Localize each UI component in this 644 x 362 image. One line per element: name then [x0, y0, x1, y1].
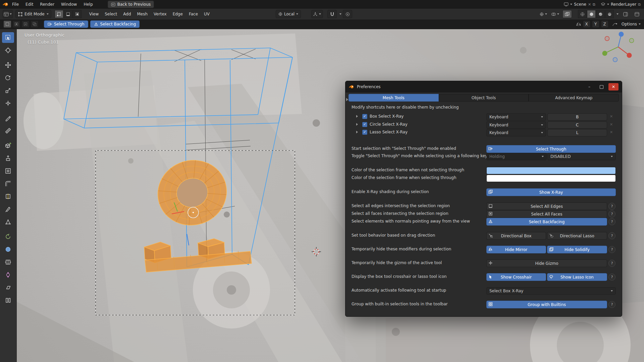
- hide-solidify-toggle[interactable]: Hide Solidify: [547, 246, 607, 253]
- pivot-point-dropdown[interactable]: [311, 10, 323, 18]
- lasso-key-button[interactable]: L: [547, 129, 607, 136]
- expand-icon[interactable]: [356, 115, 358, 118]
- preferences-titlebar[interactable]: Preferences – ✕: [345, 81, 622, 93]
- layer-new-icon[interactable]: ⧉: [638, 2, 641, 7]
- menu-uv[interactable]: UV: [201, 9, 213, 19]
- select-backfacing-pref-toggle[interactable]: Select Backfacing: [486, 218, 607, 226]
- help-icon[interactable]: ?: [608, 246, 615, 253]
- tab-advanced-keymap[interactable]: Advanced Keymap: [529, 94, 619, 102]
- lasso-device-dropdown[interactable]: Keyboard: [486, 129, 546, 136]
- editor-type-button[interactable]: [3, 10, 13, 18]
- circle-select-checkbox[interactable]: [362, 122, 367, 127]
- menu-edit[interactable]: Edit: [22, 0, 37, 9]
- shading-material-button[interactable]: [596, 10, 605, 18]
- menu-add[interactable]: Add: [120, 9, 134, 19]
- mirror-icon[interactable]: [576, 22, 581, 26]
- mirror-y-toggle[interactable]: Y: [592, 20, 599, 28]
- shading-rendered-button[interactable]: [605, 10, 614, 18]
- color-swatch-not-through[interactable]: [486, 167, 616, 174]
- directional-lasso-toggle[interactable]: Directional Lasso: [547, 232, 607, 240]
- blender-logo-icon[interactable]: [3, 2, 9, 7]
- menu-vertex[interactable]: Vertex: [151, 9, 170, 19]
- toggle-key-dropdown[interactable]: DISABLED: [547, 153, 616, 160]
- menu-window[interactable]: Window: [58, 0, 80, 9]
- lasso-select-checkbox[interactable]: [362, 130, 367, 135]
- edge-select-mode-button[interactable]: [64, 10, 72, 18]
- hide-gizmo-toggle[interactable]: Hide Gizmo: [486, 259, 607, 267]
- select-set-mode-button[interactable]: [3, 20, 11, 28]
- mirror-z-toggle[interactable]: Z: [601, 20, 608, 28]
- tool-rotate[interactable]: [2, 72, 14, 83]
- tool-shrink-fatten[interactable]: [2, 269, 14, 280]
- tool-shear[interactable]: [2, 282, 14, 293]
- tool-add-cube[interactable]: [2, 140, 14, 151]
- tool-rip-region[interactable]: [2, 295, 14, 306]
- clear-shortcut-icon[interactable]: ✕: [610, 130, 613, 134]
- help-icon[interactable]: ?: [608, 218, 615, 225]
- help-icon[interactable]: ?: [608, 260, 615, 267]
- select-extend-mode-button[interactable]: [12, 20, 20, 28]
- tool-knife[interactable]: [2, 204, 14, 215]
- help-icon[interactable]: ?: [608, 301, 615, 308]
- tool-extrude-region[interactable]: [2, 153, 14, 164]
- maximize-button[interactable]: [596, 83, 606, 90]
- menu-edge[interactable]: Edge: [170, 9, 186, 19]
- circle-device-dropdown[interactable]: Keyboard: [486, 121, 546, 129]
- close-button[interactable]: ✕: [608, 83, 619, 90]
- tab-object-tools[interactable]: Object Tools: [439, 94, 529, 102]
- group-builtins-toggle[interactable]: Group with Builtins: [486, 301, 607, 308]
- tool-cursor[interactable]: [2, 45, 14, 56]
- scene-unlink-icon[interactable]: ✕: [588, 2, 591, 7]
- editor-panel-icon-2[interactable]: [633, 10, 641, 18]
- face-select-mode-button[interactable]: [73, 10, 82, 18]
- box-key-button[interactable]: B: [547, 113, 607, 121]
- tool-edge-slide[interactable]: [2, 257, 14, 267]
- select-through-toggle[interactable]: Select Through: [44, 20, 88, 28]
- select-backfacing-toggle[interactable]: Select Backfacing: [90, 20, 140, 28]
- menu-render[interactable]: Render: [37, 0, 58, 9]
- editor-panel-icon-1[interactable]: [621, 10, 630, 18]
- shading-caret-icon[interactable]: [616, 13, 619, 15]
- select-all-faces-toggle[interactable]: Select All Faces: [486, 210, 607, 218]
- tab-mesh-tools[interactable]: Mesh Tools: [348, 94, 439, 102]
- scene-selector[interactable]: Scene ✕ ⧉: [564, 2, 595, 7]
- view-layer-selector[interactable]: RenderLayer ⧉: [601, 2, 641, 7]
- tool-measure[interactable]: [2, 125, 14, 136]
- select-intersect-mode-button[interactable]: [31, 20, 39, 28]
- clear-shortcut-icon[interactable]: ✕: [610, 122, 613, 127]
- select-through-pref-toggle[interactable]: Select Through: [486, 145, 616, 153]
- tool-bevel[interactable]: [2, 178, 14, 189]
- scene-new-icon[interactable]: ⧉: [593, 2, 595, 7]
- tool-annotate[interactable]: [2, 113, 14, 123]
- clear-shortcut-icon[interactable]: ✕: [610, 114, 613, 119]
- tool-spin[interactable]: [2, 231, 14, 242]
- tool-smooth[interactable]: [2, 244, 14, 255]
- select-all-edges-toggle[interactable]: Select All Edges: [486, 202, 607, 210]
- menu-face[interactable]: Face: [186, 9, 201, 19]
- menu-select[interactable]: Select: [102, 9, 120, 19]
- expand-icon[interactable]: [356, 131, 358, 133]
- transform-orientation-dropdown[interactable]: Local: [276, 10, 301, 18]
- menu-file[interactable]: File: [9, 0, 22, 9]
- shading-solid-button[interactable]: [587, 10, 596, 18]
- circle-key-button[interactable]: C: [547, 121, 607, 129]
- tool-loop-cut[interactable]: [2, 191, 14, 202]
- color-swatch-through[interactable]: [486, 175, 616, 182]
- back-to-previous-button[interactable]: Back to Previous: [108, 1, 154, 8]
- tool-inset-faces[interactable]: [2, 166, 14, 176]
- minimize-button[interactable]: –: [584, 83, 594, 90]
- region-toggle-arrow-icon[interactable]: [346, 98, 348, 101]
- proportional-editing-button[interactable]: [343, 10, 352, 18]
- holding-dropdown[interactable]: Holding: [486, 153, 547, 160]
- options-dropdown[interactable]: Options: [622, 22, 641, 26]
- mode-selector[interactable]: Edit Mode: [15, 10, 51, 18]
- menu-mesh[interactable]: Mesh: [134, 9, 151, 19]
- help-icon[interactable]: ?: [608, 232, 615, 239]
- select-subtract-mode-button[interactable]: [21, 20, 30, 28]
- tool-transform[interactable]: [2, 98, 14, 109]
- show-xray-toggle[interactable]: Show X-Ray: [486, 188, 616, 196]
- help-icon[interactable]: ?: [608, 210, 615, 218]
- show-lasso-icon-toggle[interactable]: Show Lasso Icon: [547, 273, 607, 281]
- box-device-dropdown[interactable]: Keyboard: [486, 113, 546, 121]
- tool-box-select-xray[interactable]: [2, 32, 14, 43]
